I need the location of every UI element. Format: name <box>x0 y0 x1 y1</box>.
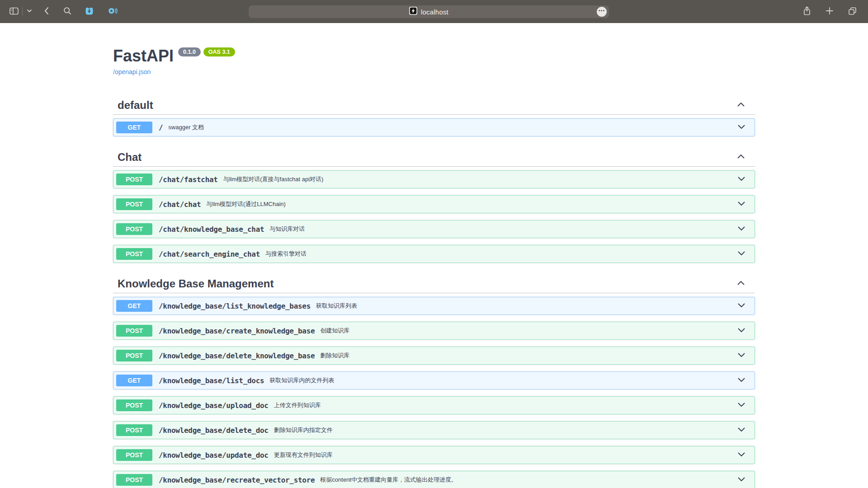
operation-row[interactable]: POST /knowledge_base/recreate_vector_sto… <box>113 471 755 488</box>
collapse-section-button[interactable] <box>731 153 750 162</box>
chevron-down-icon <box>736 174 746 184</box>
op-path: /knowledge_base/update_doc <box>159 451 269 460</box>
expand-operation-button[interactable] <box>736 326 746 336</box>
search-button[interactable] <box>63 6 72 17</box>
op-summary: 更新现有文件到知识库 <box>274 451 333 459</box>
op-path: /knowledge_base/delete_knowledge_base <box>159 352 315 360</box>
op-summary: 获取知识库列表 <box>316 302 357 310</box>
expand-operation-button[interactable] <box>736 400 746 410</box>
chevron-up-icon <box>736 282 746 289</box>
chevron-down-icon <box>736 301 746 311</box>
chevron-up-icon <box>736 155 746 162</box>
chevron-up-icon <box>736 103 746 110</box>
method-badge: POST <box>116 223 152 235</box>
method-badge: POST <box>116 248 152 260</box>
section-title: default <box>118 99 153 112</box>
expand-operation-button[interactable] <box>736 351 746 361</box>
operation-row[interactable]: GET / swagger 文档 <box>113 118 755 136</box>
method-badge: GET <box>116 375 152 386</box>
extension-shield-button[interactable] <box>85 6 94 17</box>
method-badge: POST <box>116 350 152 361</box>
sidebar-toggle-button[interactable] <box>9 6 19 17</box>
expand-operation-button[interactable] <box>736 174 746 184</box>
method-badge: GET <box>116 122 152 133</box>
op-path: /chat/search_engine_chat <box>159 250 260 258</box>
chevron-down-icon <box>736 326 746 336</box>
search-icon <box>63 6 72 17</box>
op-path: /knowledge_base/upload_doc <box>159 401 269 410</box>
share-button[interactable] <box>802 6 811 18</box>
tag-section-header[interactable]: Knowledge Base Management <box>113 274 755 293</box>
method-badge: POST <box>116 198 152 210</box>
chevron-down-icon <box>736 122 746 132</box>
tag-section: Knowledge Base Management GET /knowledge… <box>113 274 755 488</box>
page-menu-button[interactable]: ••• <box>597 7 607 17</box>
api-info: FastAPI0.1.0OAS 3.1 /openapi.json <box>113 23 755 84</box>
method-badge: POST <box>116 174 152 185</box>
chevron-down-icon <box>736 199 746 209</box>
oas-badge: OAS 3.1 <box>203 47 235 56</box>
browser-toolbar: localhost ••• <box>0 0 868 23</box>
operation-row[interactable]: POST /knowledge_base/update_doc 更新现有文件到知… <box>113 446 755 464</box>
operations: GET / swagger 文档 <box>113 118 755 136</box>
method-badge: POST <box>116 325 152 337</box>
op-summary: 创建知识库 <box>320 327 349 335</box>
sidebar-menu-button[interactable] <box>27 8 32 15</box>
expand-operation-button[interactable] <box>736 224 746 234</box>
tab-overview-button[interactable] <box>848 6 857 17</box>
operation-row[interactable]: POST /knowledge_base/delete_knowledge_ba… <box>113 347 755 365</box>
method-badge: POST <box>116 449 152 461</box>
chevron-down-icon <box>736 375 746 385</box>
operations: POST /chat/fastchat 与llm模型对话(直接与fastchat… <box>113 170 755 263</box>
op-summary: 与llm模型对话(通过LLMChain) <box>206 200 286 208</box>
operation-row[interactable]: GET /knowledge_base/list_knowledge_bases… <box>113 297 755 315</box>
operation-row[interactable]: POST /chat/fastchat 与llm模型对话(直接与fastchat… <box>113 170 755 188</box>
expand-operation-button[interactable] <box>736 375 746 385</box>
extension-shield-arrow-icon <box>85 6 94 17</box>
new-tab-button[interactable] <box>825 6 834 17</box>
op-summary: 获取知识库内的文件列表 <box>269 376 334 385</box>
expand-operation-button[interactable] <box>736 122 746 132</box>
op-summary: swagger 文档 <box>168 123 204 131</box>
method-badge: POST <box>116 474 152 486</box>
back-icon <box>43 6 50 17</box>
expand-operation-button[interactable] <box>736 475 746 485</box>
extension-circle-star-icon <box>108 6 118 17</box>
tag-section-header[interactable]: Chat <box>113 147 755 167</box>
op-summary: 与知识库对话 <box>269 225 305 233</box>
chevron-down-icon <box>27 8 32 15</box>
url-host-text: localhost <box>421 8 448 16</box>
expand-operation-button[interactable] <box>736 425 746 435</box>
tag-section-header[interactable]: default <box>113 95 755 115</box>
op-path: /chat/knowledge_base_chat <box>159 225 264 234</box>
chevron-down-icon <box>736 351 746 361</box>
operation-row[interactable]: POST /knowledge_base/delete_doc 删除知识库内指定… <box>113 421 755 439</box>
collapse-section-button[interactable] <box>731 101 750 110</box>
expand-operation-button[interactable] <box>736 450 746 460</box>
back-button[interactable] <box>43 6 50 17</box>
chevron-down-icon <box>736 475 746 485</box>
op-summary: 与搜索引擎对话 <box>265 250 307 258</box>
tab-overview-icon <box>848 6 857 17</box>
op-path: /knowledge_base/recreate_vector_store <box>159 476 315 484</box>
expand-operation-button[interactable] <box>736 199 746 209</box>
openapi-spec-link[interactable]: /openapi.json <box>113 68 151 75</box>
op-path: /knowledge_base/create_knowledge_base <box>159 327 315 335</box>
op-path: / <box>159 123 163 132</box>
new-tab-icon <box>825 6 834 17</box>
share-icon <box>802 6 811 18</box>
expand-operation-button[interactable] <box>736 249 746 259</box>
collapse-section-button[interactable] <box>731 279 750 289</box>
address-bar[interactable]: localhost ••• <box>249 5 609 18</box>
operation-row[interactable]: POST /chat/chat 与llm模型对话(通过LLMChain) <box>113 195 755 213</box>
operation-row[interactable]: POST /knowledge_base/create_knowledge_ba… <box>113 322 755 340</box>
operation-row[interactable]: GET /knowledge_base/list_docs 获取知识库内的文件列… <box>113 371 755 389</box>
operation-row[interactable]: POST /chat/knowledge_base_chat 与知识库对话 <box>113 220 755 238</box>
op-summary: 删除知识库内指定文件 <box>274 426 333 434</box>
chevron-down-icon <box>736 224 746 234</box>
extension-circle-star-button[interactable] <box>108 6 118 17</box>
chevron-down-icon <box>736 400 746 410</box>
operation-row[interactable]: POST /chat/search_engine_chat 与搜索引擎对话 <box>113 245 755 263</box>
expand-operation-button[interactable] <box>736 301 746 311</box>
operation-row[interactable]: POST /knowledge_base/upload_doc 上传文件到知识库 <box>113 396 755 414</box>
